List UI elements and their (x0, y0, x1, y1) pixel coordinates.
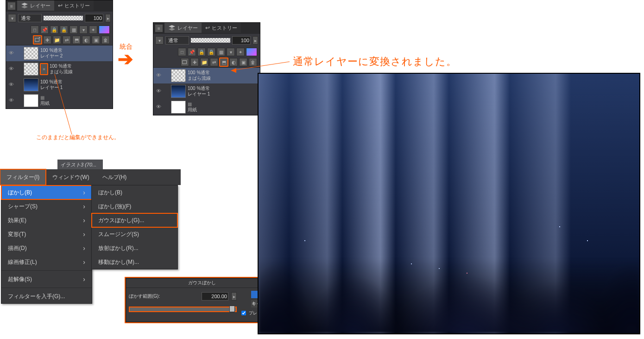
tab-layer[interactable]: レイヤー (17, 0, 54, 11)
menu-item-distort[interactable]: 変形(T) (1, 227, 92, 241)
opacity-slider[interactable] (191, 38, 230, 43)
blur-slider[interactable] (129, 307, 237, 312)
layer-name: レイヤー 1 (40, 85, 63, 90)
eye-icon[interactable]: 👁 (8, 82, 14, 88)
blur-radius-input[interactable] (202, 292, 228, 301)
opacity-slider[interactable] (44, 16, 83, 20)
eye-icon[interactable]: 👁 (155, 72, 162, 79)
pin-icon[interactable]: 📌 (40, 26, 49, 34)
menu-item-blur2[interactable]: ぼかし(B) (92, 185, 177, 199)
menu-item-radial[interactable]: 放射ぼかし(R)... (92, 241, 177, 255)
new-special-icon[interactable]: ✚ (43, 36, 51, 44)
merge-icon[interactable]: ⬒ (220, 58, 228, 66)
lock2-icon[interactable]: 🔒 (207, 48, 215, 56)
mask-icon[interactable]: ◐ (82, 36, 90, 44)
clip-icon[interactable]: □ (31, 26, 39, 34)
menu-item-getfilters[interactable]: フィルターを入手(G)... (1, 289, 92, 303)
undo-icon: ↩ (58, 2, 63, 9)
menu-item-gaussian[interactable]: ガウスぼかし(G)... (92, 213, 177, 227)
blend-mode-select[interactable]: 通常 (18, 14, 42, 22)
blend-mode-select[interactable]: 通常 (165, 36, 189, 45)
menu-filter[interactable]: フィルター(I) (0, 169, 46, 185)
pin-icon[interactable]: 📌 (188, 48, 196, 56)
color-icon[interactable] (246, 48, 257, 56)
layer-name: まばら流線 (188, 76, 211, 81)
eye-icon[interactable]: 👁 (8, 50, 14, 57)
eye-icon[interactable]: 👁 (8, 97, 14, 104)
layer-row[interactable]: 👁 100 %通常 レイヤー 1 (6, 77, 113, 93)
misc2-icon[interactable]: ▾ (227, 48, 235, 56)
new-layer-icon[interactable] (33, 36, 42, 44)
menu-item-motion[interactable]: 移動ぼかし(M)... (92, 255, 177, 269)
merge-icon[interactable]: ⬒ (72, 36, 81, 44)
new-special-icon[interactable]: ✚ (190, 58, 199, 66)
transfer-icon[interactable]: ⇄ (63, 36, 71, 44)
tab-history-label: ヒストリー (212, 25, 237, 32)
color-icon[interactable] (99, 26, 110, 34)
layer-row[interactable]: 👁 ≡ 100 %通常 まばら流線 (6, 61, 113, 77)
layer-name: レイヤー 1 (188, 91, 210, 97)
stepper-icon[interactable]: ▸ (105, 14, 111, 22)
dialog-title-bar[interactable]: ガウスぼかし ✕ (126, 278, 278, 288)
chevron-right-icon (83, 258, 85, 266)
lock-icon[interactable]: 🔒 (197, 48, 206, 56)
stepper-icon[interactable]: ▸ (253, 36, 258, 45)
fx-icon[interactable]: ✦ (89, 26, 97, 34)
tab-history[interactable]: ↩ ヒストリー (202, 23, 241, 33)
stepper-icon[interactable]: ▸ (231, 292, 237, 301)
layer-row[interactable]: 👁 100 %通常 レイヤー 1 (153, 83, 260, 99)
misc-icon[interactable]: ▦ (69, 26, 78, 34)
layer-thumb (24, 94, 38, 107)
layer-thumb (171, 85, 186, 98)
chevron-right-icon (83, 244, 85, 252)
lock-icon[interactable]: 🔒 (50, 26, 58, 34)
chevron-right-icon (83, 189, 85, 196)
arrow-right-icon: ➔ (118, 48, 133, 70)
menu-item-render[interactable]: 描画(D) (1, 241, 92, 255)
layer-thumb (24, 63, 38, 76)
mask2-icon[interactable]: ▣ (239, 58, 247, 66)
slider-knob[interactable] (229, 306, 235, 312)
menu-item-smoothing[interactable]: スムージング(S) (92, 227, 177, 241)
mask-icon[interactable]: ◐ (229, 58, 238, 66)
clip-icon[interactable]: □ (178, 48, 186, 56)
transfer-icon[interactable]: ⇄ (210, 58, 218, 66)
menu-window[interactable]: ウィンドウ(W) (46, 169, 95, 185)
chevron-right-icon (83, 203, 85, 210)
layer-row[interactable]: 👁 100 %通常 まばら流線 (153, 68, 260, 83)
delete-icon[interactable]: 🗑 (101, 36, 110, 44)
lock2-icon[interactable]: 🔒 (60, 26, 68, 34)
misc2-icon[interactable]: ▾ (79, 26, 88, 34)
panel-menu-icon[interactable]: ≡ (155, 24, 163, 32)
opacity-input[interactable] (85, 14, 103, 22)
eye-icon[interactable]: 👁 (8, 66, 14, 72)
delete-icon[interactable]: 🗑 (249, 58, 257, 66)
layer-row[interactable]: 👁 100 %通常 レイヤー 2 (6, 45, 113, 61)
layer-row[interactable]: 👁 ▦ 用紙 (6, 93, 113, 109)
menu-item-blur[interactable]: ぼかし(B) (1, 185, 92, 199)
menu-item-blur-strong[interactable]: ぼかし(強)(F) (92, 199, 177, 213)
layer-row[interactable]: 👁 ▦ 用紙 (153, 99, 260, 115)
misc-icon[interactable]: ▦ (217, 48, 225, 56)
canvas-preview (258, 73, 640, 334)
tab-layer[interactable]: レイヤー (164, 23, 202, 33)
tab-history[interactable]: ↩ ヒストリー (54, 0, 94, 11)
fx-icon[interactable]: ✦ (236, 48, 245, 56)
menu-item-effect[interactable]: 効果(E) (1, 213, 92, 227)
panel-menu-icon[interactable]: ≡ (7, 2, 16, 10)
menu-item-linefix[interactable]: 線画修正(L) (1, 255, 92, 269)
param-label: ぼかす範囲(G): (129, 293, 160, 300)
menu-help[interactable]: ヘルプ(H) (96, 169, 133, 185)
opacity-input[interactable] (232, 36, 251, 45)
layer-name: まばら流線 (50, 69, 73, 75)
eye-icon[interactable]: 👁 (155, 104, 162, 110)
palette-check-icon[interactable]: ▾ (8, 14, 16, 22)
menu-item-upscale[interactable]: 超解像(S) (1, 272, 92, 286)
new-folder-icon[interactable]: 📁 (200, 58, 208, 66)
new-folder-icon[interactable]: 📁 (53, 36, 61, 44)
palette-check-icon[interactable]: ▾ (155, 36, 164, 45)
mask2-icon[interactable]: ▣ (92, 36, 100, 44)
new-layer-icon[interactable] (181, 58, 189, 66)
eye-icon[interactable]: 👁 (155, 88, 162, 95)
menu-item-sharp[interactable]: シャープ(S) (1, 199, 92, 213)
